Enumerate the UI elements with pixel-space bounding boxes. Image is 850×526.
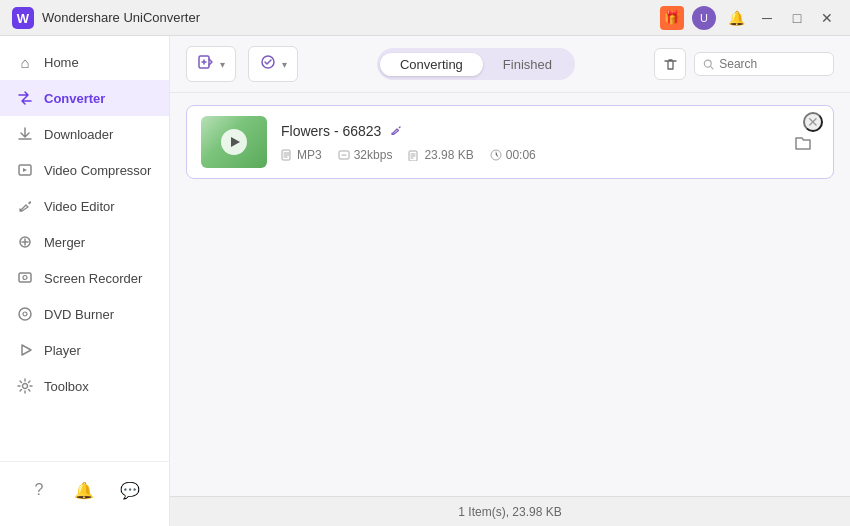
merger-icon: [16, 233, 34, 251]
app-logo: W: [12, 7, 34, 29]
file-size-item: 23.98 KB: [408, 148, 473, 162]
svg-point-6: [19, 308, 31, 320]
add-file-dropdown-icon: ▾: [220, 59, 225, 70]
player-icon: [16, 341, 34, 359]
file-edit-icon[interactable]: [389, 123, 403, 140]
tabs: Converting Finished: [377, 48, 575, 80]
sidebar-item-converter-label: Converter: [44, 91, 105, 106]
file-size-icon: [408, 149, 420, 161]
sidebar-item-downloader-label: Downloader: [44, 127, 113, 142]
file-name: Flowers - 66823: [281, 123, 381, 139]
app-body: ⌂ Home Converter Downloader: [0, 36, 850, 526]
trash-icon: [663, 57, 678, 72]
tab-finished[interactable]: Finished: [483, 53, 572, 76]
delete-button[interactable]: [654, 48, 686, 80]
window-controls: 🎁 U 🔔 ─ □ ✕: [660, 6, 838, 30]
titlebar: W Wondershare UniConverter 🎁 U 🔔 ─ □ ✕: [0, 0, 850, 36]
sidebar-item-video-compressor-label: Video Compressor: [44, 163, 151, 178]
sidebar-bottom: ? 🔔 💬: [0, 461, 169, 518]
sidebar-item-player[interactable]: Player: [0, 332, 169, 368]
home-icon: ⌂: [16, 53, 34, 71]
play-button[interactable]: [221, 129, 247, 155]
downloader-icon: [16, 125, 34, 143]
file-bitrate-item: 32kbps: [338, 148, 393, 162]
close-button[interactable]: ✕: [816, 7, 838, 29]
sidebar-bell-icon[interactable]: 🔔: [70, 476, 98, 504]
help-icon[interactable]: ?: [25, 476, 53, 504]
user-avatar[interactable]: U: [692, 6, 716, 30]
svg-point-5: [23, 276, 27, 280]
svg-point-7: [23, 312, 27, 316]
play-triangle-icon: [231, 137, 240, 147]
add-file-button[interactable]: ▾: [186, 46, 236, 82]
file-name-row: Flowers - 66823: [281, 123, 773, 140]
sidebar-item-video-editor[interactable]: Video Editor: [0, 188, 169, 224]
converter-icon: [16, 89, 34, 107]
video-editor-icon: [16, 197, 34, 215]
sidebar-item-screen-recorder[interactable]: Screen Recorder: [0, 260, 169, 296]
sidebar-item-converter[interactable]: Converter: [0, 80, 169, 116]
file-info: Flowers - 66823: [281, 123, 773, 162]
search-box: [694, 52, 834, 76]
file-card: ✕ Flowers - 66823: [186, 105, 834, 179]
search-input[interactable]: [719, 57, 825, 71]
sidebar-item-downloader[interactable]: Downloader: [0, 116, 169, 152]
status-bar: 1 Item(s), 23.98 KB: [170, 496, 850, 526]
file-list: ✕ Flowers - 66823: [170, 93, 850, 496]
content-area: ▾ ▾ Converting Finished: [170, 36, 850, 526]
sidebar-item-merger[interactable]: Merger: [0, 224, 169, 260]
file-bitrate: 32kbps: [354, 148, 393, 162]
add-optimize-button[interactable]: ▾: [248, 46, 298, 82]
file-size: 23.98 KB: [424, 148, 473, 162]
file-format: MP3: [297, 148, 322, 162]
file-format-icon: [281, 149, 293, 161]
svg-text:W: W: [17, 11, 30, 26]
svg-rect-4: [19, 273, 31, 282]
file-duration-icon: [490, 149, 502, 161]
sidebar-item-merger-label: Merger: [44, 235, 85, 250]
file-bitrate-icon: [338, 149, 350, 161]
tab-converting[interactable]: Converting: [380, 53, 483, 76]
toolbox-icon: [16, 377, 34, 395]
sidebar-item-home[interactable]: ⌂ Home: [0, 44, 169, 80]
file-meta: MP3 32kbps: [281, 148, 773, 162]
sidebar-bottom-icons: ? 🔔 💬: [0, 470, 169, 510]
video-compressor-icon: [16, 161, 34, 179]
avatar-letter: U: [700, 12, 708, 24]
messages-icon[interactable]: 💬: [116, 476, 144, 504]
gift-icon[interactable]: 🎁: [660, 6, 684, 30]
dvd-burner-icon: [16, 305, 34, 323]
status-text: 1 Item(s), 23.98 KB: [458, 505, 561, 519]
svg-point-11: [704, 60, 711, 67]
sidebar-item-dvd-burner-label: DVD Burner: [44, 307, 114, 322]
file-duration: 00:06: [506, 148, 536, 162]
search-icon: [703, 58, 714, 71]
sidebar-item-screen-recorder-label: Screen Recorder: [44, 271, 142, 286]
file-duration-item: 00:06: [490, 148, 536, 162]
optimize-dropdown-icon: ▾: [282, 59, 287, 70]
sidebar-item-toolbox[interactable]: Toolbox: [0, 368, 169, 404]
sidebar: ⌂ Home Converter Downloader: [0, 36, 170, 526]
tabs-container: Converting Finished: [310, 48, 642, 80]
file-close-button[interactable]: ✕: [803, 112, 823, 132]
notification-bell-icon[interactable]: 🔔: [724, 6, 748, 30]
minimize-button[interactable]: ─: [756, 7, 778, 29]
sidebar-item-player-label: Player: [44, 343, 81, 358]
app-title: Wondershare UniConverter: [42, 10, 660, 25]
add-file-icon: [197, 53, 215, 75]
file-format-item: MP3: [281, 148, 322, 162]
toolbar: ▾ ▾ Converting Finished: [170, 36, 850, 93]
screen-recorder-icon: [16, 269, 34, 287]
svg-point-8: [23, 384, 28, 389]
sidebar-item-home-label: Home: [44, 55, 79, 70]
sidebar-item-toolbox-label: Toolbox: [44, 379, 89, 394]
toolbar-actions: [654, 48, 834, 80]
file-thumbnail: [201, 116, 267, 168]
sidebar-item-video-editor-label: Video Editor: [44, 199, 115, 214]
maximize-button[interactable]: □: [786, 7, 808, 29]
optimize-icon: [259, 53, 277, 75]
sidebar-item-video-compressor[interactable]: Video Compressor: [0, 152, 169, 188]
sidebar-item-dvd-burner[interactable]: DVD Burner: [0, 296, 169, 332]
